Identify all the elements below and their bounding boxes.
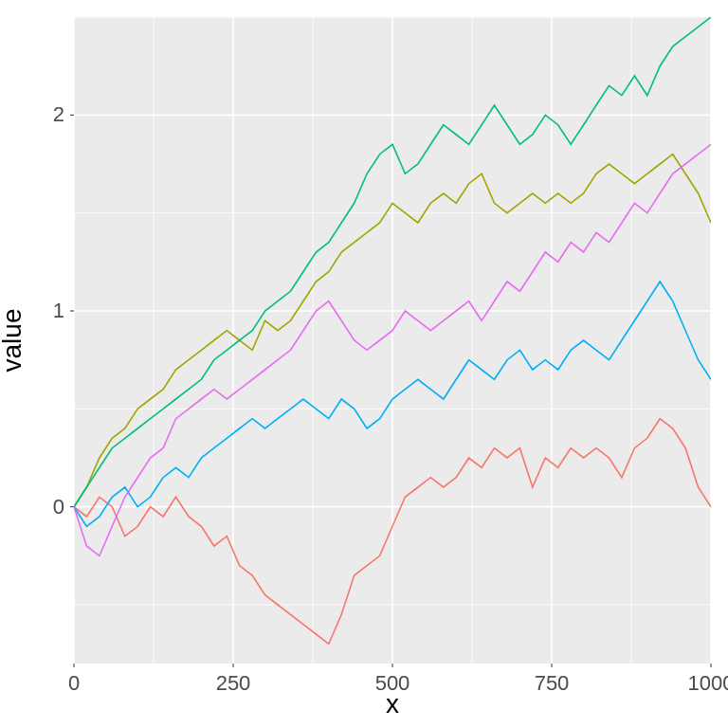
chart-svg: 02505007501000012xvalue [0,0,728,728]
line-chart: 02505007501000012xvalue [0,0,728,728]
x-tick-label: 0 [68,671,80,695]
x-axis-title: x [386,689,399,719]
x-tick-label: 1000 [688,671,728,695]
y-tick-label: 2 [53,102,64,126]
y-axis-title: value [0,309,27,373]
y-tick-label: 1 [53,299,64,322]
x-tick-label: 250 [216,671,251,695]
x-tick-label: 750 [535,671,570,695]
y-tick-label: 0 [53,495,64,519]
